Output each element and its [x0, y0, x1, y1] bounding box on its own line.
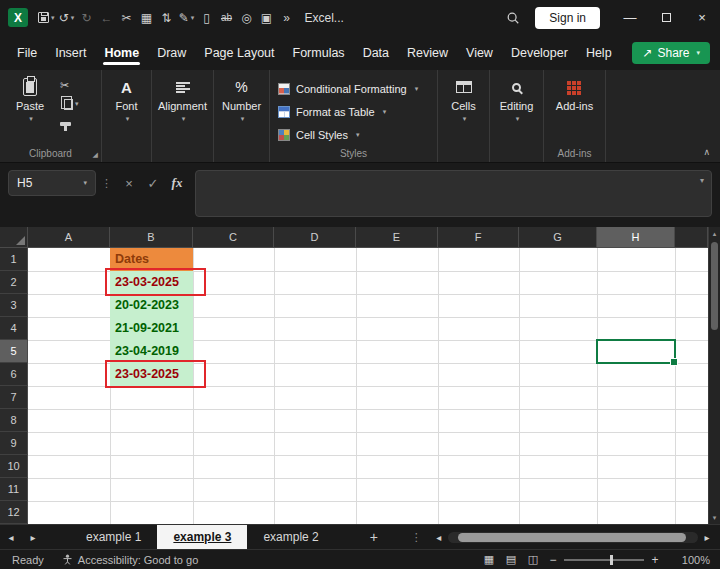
ribbon-tab-developer[interactable]: Developer: [502, 35, 577, 70]
row-header-6[interactable]: 6: [0, 363, 28, 386]
row-header-7[interactable]: 7: [0, 386, 28, 409]
ribbon-tab-file[interactable]: File: [8, 35, 46, 70]
select-all-button[interactable]: [0, 227, 28, 248]
ribbon-tab-page-layout[interactable]: Page Layout: [195, 35, 283, 70]
sheet-tab-example-1[interactable]: example 1: [70, 525, 157, 549]
ribbon-tab-view[interactable]: View: [457, 35, 502, 70]
column-header-a[interactable]: A: [28, 227, 110, 248]
formula-input[interactable]: ▾: [195, 170, 712, 217]
sheet-tab-example-3[interactable]: example 3: [157, 525, 247, 549]
zoom-in-icon[interactable]: +: [646, 553, 664, 567]
draw-icon[interactable]: ✎▾: [177, 11, 197, 25]
zoom-slider[interactable]: [564, 559, 644, 561]
collapse-ribbon-icon[interactable]: ∧: [703, 147, 710, 157]
row-header-8[interactable]: 8: [0, 409, 28, 432]
insert-function-button[interactable]: fx: [165, 170, 189, 196]
paste-button[interactable]: Paste ▾: [10, 77, 50, 129]
ribbon-tab-review[interactable]: Review: [398, 35, 457, 70]
share-button[interactable]: ↗ Share ▾: [632, 42, 710, 64]
cancel-button[interactable]: ×: [117, 170, 141, 196]
font-button[interactable]: A Font ▾: [102, 77, 151, 123]
column-header-f[interactable]: F: [438, 227, 519, 248]
spreadsheet-grid[interactable]: ▴ ▾ ABCDEFGH123456789101112Dates23-03-20…: [0, 227, 720, 524]
sheet-nav-right-icon[interactable]: ▸: [22, 532, 44, 543]
cut-icon[interactable]: ✂: [117, 11, 137, 25]
excel-app-icon[interactable]: X: [8, 8, 28, 27]
sheet-tab-example-2[interactable]: example 2: [247, 525, 334, 549]
sort-icon[interactable]: ⇅: [157, 11, 177, 25]
selected-cell-h5[interactable]: [596, 339, 676, 364]
row-header-1[interactable]: 1: [0, 248, 28, 271]
row-header-3[interactable]: 3: [0, 294, 28, 317]
camera-icon[interactable]: ◎: [237, 11, 257, 25]
vertical-scroll-thumb[interactable]: [711, 242, 718, 330]
column-header-d[interactable]: D: [274, 227, 356, 248]
undo-icon[interactable]: ↺▾: [57, 11, 77, 25]
enter-button[interactable]: ✓: [141, 170, 165, 196]
chart-icon[interactable]: ▦: [137, 11, 157, 25]
scroll-down-icon[interactable]: ▾: [709, 511, 720, 524]
more-icon[interactable]: »: [277, 11, 297, 25]
formula-bar-expand-icon[interactable]: ▾: [700, 176, 704, 185]
column-header-e[interactable]: E: [356, 227, 438, 248]
minimize-button[interactable]: —: [612, 0, 648, 35]
styles-item-cell-styles[interactable]: Cell Styles▾: [270, 123, 437, 146]
row-header-10[interactable]: 10: [0, 455, 28, 478]
hscroll-right-icon[interactable]: ▸: [700, 532, 714, 543]
redo-icon[interactable]: ↻: [77, 11, 97, 25]
sheet-nav-left-icon[interactable]: ◂: [0, 532, 22, 543]
row-header-4[interactable]: 4: [0, 317, 28, 340]
back-icon[interactable]: ←: [97, 11, 117, 25]
ribbon-tab-insert[interactable]: Insert: [46, 35, 95, 70]
alignment-button[interactable]: Alignment ▾: [152, 77, 213, 123]
cell-b3[interactable]: 20-02-2023: [110, 294, 193, 317]
vertical-scrollbar[interactable]: ▴ ▾: [708, 227, 720, 524]
accessibility-status[interactable]: Accessibility: Good to go: [62, 554, 198, 566]
row-header-12[interactable]: 12: [0, 501, 28, 524]
column-header-g[interactable]: G: [519, 227, 597, 248]
name-box[interactable]: H5 ▾: [8, 170, 96, 196]
search-icon[interactable]: [499, 11, 527, 25]
scroll-up-icon[interactable]: ▴: [709, 227, 720, 240]
zoom-level[interactable]: 100%: [670, 554, 710, 566]
new-sheet-button[interactable]: +: [363, 529, 385, 545]
zoom-out-icon[interactable]: −: [544, 553, 562, 567]
row-header-5[interactable]: 5: [0, 340, 28, 363]
row-header-2[interactable]: 2: [0, 271, 28, 294]
row-header-11[interactable]: 11: [0, 478, 28, 501]
page-layout-view-icon[interactable]: ▤: [500, 553, 522, 566]
clipboard-dialog-launcher-icon[interactable]: ◢: [93, 151, 98, 159]
row-header-9[interactable]: 9: [0, 432, 28, 455]
hscroll-track[interactable]: [448, 532, 698, 543]
ribbon-tab-data[interactable]: Data: [354, 35, 398, 70]
maximize-button[interactable]: [648, 0, 684, 35]
cell-b4[interactable]: 21-09-2021: [110, 317, 193, 340]
ribbon-tab-draw[interactable]: Draw: [148, 35, 195, 70]
page-break-view-icon[interactable]: ◫: [522, 553, 544, 566]
copy-button[interactable]: ▾: [60, 98, 79, 110]
editing-button[interactable]: Editing ▾: [490, 77, 543, 123]
strikethrough-icon[interactable]: ab: [217, 12, 237, 23]
zoom-slider-thumb[interactable]: [610, 555, 613, 565]
hscroll-left-icon[interactable]: ◂: [432, 532, 446, 543]
normal-view-icon[interactable]: ▦: [478, 553, 500, 566]
window-icon[interactable]: ▣: [257, 11, 277, 25]
new-file-icon[interactable]: ▯: [197, 11, 217, 25]
ribbon-tab-home[interactable]: Home: [95, 35, 148, 70]
save-icon[interactable]: ▾: [36, 12, 57, 23]
column-header-b[interactable]: B: [110, 227, 193, 248]
number-button[interactable]: % Number ▾: [214, 77, 269, 123]
ribbon-tab-help[interactable]: Help: [577, 35, 621, 70]
hscroll-thumb[interactable]: [458, 533, 686, 542]
styles-item-format-as-table[interactable]: Format as Table▾: [270, 100, 437, 123]
format-painter-button[interactable]: [60, 117, 79, 129]
column-header-c[interactable]: C: [193, 227, 274, 248]
close-button[interactable]: ×: [684, 0, 720, 35]
ribbon-tab-formulas[interactable]: Formulas: [284, 35, 354, 70]
cells-button[interactable]: Cells ▾: [438, 77, 489, 123]
addins-button[interactable]: Add-ins: [544, 77, 605, 112]
horizontal-scrollbar[interactable]: ◂ ▸: [432, 532, 714, 543]
column-header-h[interactable]: H: [597, 227, 675, 248]
tab-options-icon[interactable]: ⋮: [411, 531, 422, 544]
sign-in-button[interactable]: Sign in: [535, 7, 600, 29]
